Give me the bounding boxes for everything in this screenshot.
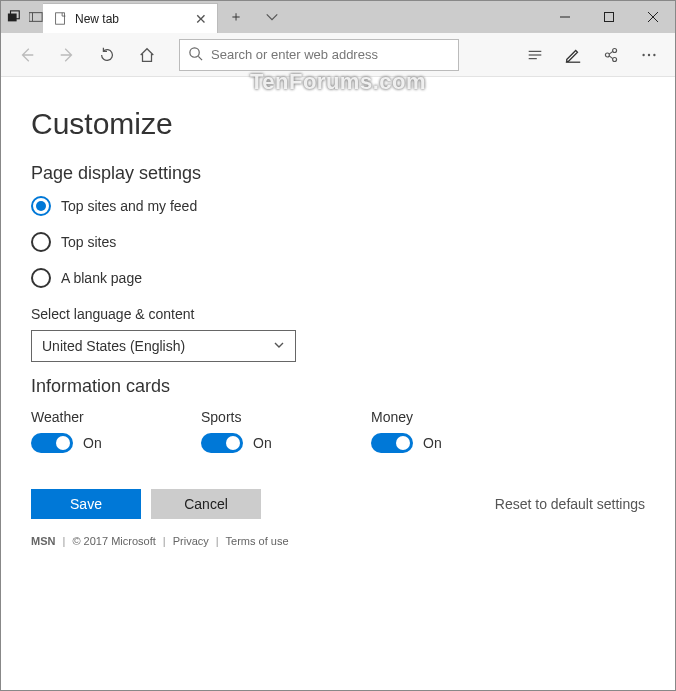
page-title: Customize xyxy=(31,107,645,141)
radio-indicator xyxy=(31,196,51,216)
radio-label: Top sites xyxy=(61,234,116,250)
footer-msn: MSN xyxy=(31,535,55,547)
svg-line-19 xyxy=(609,55,613,58)
card-sports: Sports On xyxy=(201,409,311,453)
sports-toggle[interactable] xyxy=(201,433,243,453)
minimize-button[interactable] xyxy=(543,1,587,33)
page-display-heading: Page display settings xyxy=(31,163,645,184)
svg-rect-2 xyxy=(29,13,42,22)
svg-point-15 xyxy=(605,53,609,57)
weather-toggle[interactable] xyxy=(31,433,73,453)
footer-privacy-link[interactable]: Privacy xyxy=(173,535,209,547)
svg-point-22 xyxy=(653,53,655,55)
browser-toolbar xyxy=(1,33,675,77)
more-button[interactable] xyxy=(631,37,667,73)
card-money: Money On xyxy=(371,409,481,453)
svg-rect-6 xyxy=(605,13,614,22)
radio-indicator xyxy=(31,232,51,252)
titlebar-left xyxy=(1,1,43,33)
save-button[interactable]: Save xyxy=(31,489,141,519)
tab-actions-button[interactable] xyxy=(254,1,290,33)
info-cards-row: Weather On Sports On Money On xyxy=(31,409,645,453)
refresh-button[interactable] xyxy=(89,37,125,73)
radio-top-sites[interactable]: Top sites xyxy=(31,232,645,252)
search-input[interactable] xyxy=(211,47,450,62)
back-button[interactable] xyxy=(9,37,45,73)
toggle-state: On xyxy=(423,435,442,451)
info-cards-heading: Information cards xyxy=(31,376,645,397)
window-titlebar: New tab ✕ ＋ xyxy=(1,1,675,33)
cancel-button[interactable]: Cancel xyxy=(151,489,261,519)
home-button[interactable] xyxy=(129,37,165,73)
share-button[interactable] xyxy=(593,37,629,73)
svg-point-20 xyxy=(642,53,644,55)
svg-point-17 xyxy=(613,57,617,61)
browser-tab[interactable]: New tab ✕ xyxy=(43,3,218,33)
toggle-state: On xyxy=(253,435,272,451)
close-window-button[interactable] xyxy=(631,1,675,33)
page-content: Customize Page display settings Top site… xyxy=(1,77,675,557)
toggle-state: On xyxy=(83,435,102,451)
radio-top-sites-feed[interactable]: Top sites and my feed xyxy=(31,196,645,216)
language-value: United States (English) xyxy=(42,338,185,354)
forward-button[interactable] xyxy=(49,37,85,73)
window-controls xyxy=(543,1,675,33)
money-toggle[interactable] xyxy=(371,433,413,453)
svg-point-16 xyxy=(613,48,617,52)
language-label: Select language & content xyxy=(31,306,645,322)
new-tab-button[interactable]: ＋ xyxy=(218,1,254,33)
radio-indicator xyxy=(31,268,51,288)
svg-point-9 xyxy=(190,47,199,56)
button-row: Save Cancel Reset to default settings xyxy=(31,489,645,519)
tab-title: New tab xyxy=(75,12,119,26)
reading-view-button[interactable] xyxy=(517,37,553,73)
svg-point-21 xyxy=(648,53,650,55)
radio-blank-page[interactable]: A blank page xyxy=(31,268,645,288)
svg-line-10 xyxy=(198,56,202,60)
titlebar-after-tabs: ＋ xyxy=(218,1,290,33)
address-bar[interactable] xyxy=(179,39,459,71)
card-label: Weather xyxy=(31,409,141,425)
footer-terms-link[interactable]: Terms of use xyxy=(226,535,289,547)
language-select[interactable]: United States (English) xyxy=(31,330,296,362)
tabs-aside-icon[interactable] xyxy=(29,10,43,24)
page-footer: MSN | © 2017 Microsoft | Privacy | Terms… xyxy=(31,535,645,547)
footer-copyright: © 2017 Microsoft xyxy=(72,535,155,547)
chevron-down-icon xyxy=(273,338,285,354)
svg-rect-4 xyxy=(55,13,64,24)
search-icon xyxy=(188,46,203,64)
radio-label: Top sites and my feed xyxy=(61,198,197,214)
reset-link[interactable]: Reset to default settings xyxy=(495,496,645,512)
app-icon xyxy=(7,10,21,24)
svg-line-18 xyxy=(609,51,613,54)
maximize-button[interactable] xyxy=(587,1,631,33)
radio-label: A blank page xyxy=(61,270,142,286)
card-weather: Weather On xyxy=(31,409,141,453)
card-label: Money xyxy=(371,409,481,425)
card-label: Sports xyxy=(201,409,311,425)
tab-page-icon xyxy=(53,12,67,26)
svg-rect-0 xyxy=(8,14,17,22)
tab-close-button[interactable]: ✕ xyxy=(193,11,209,27)
notes-button[interactable] xyxy=(555,37,591,73)
